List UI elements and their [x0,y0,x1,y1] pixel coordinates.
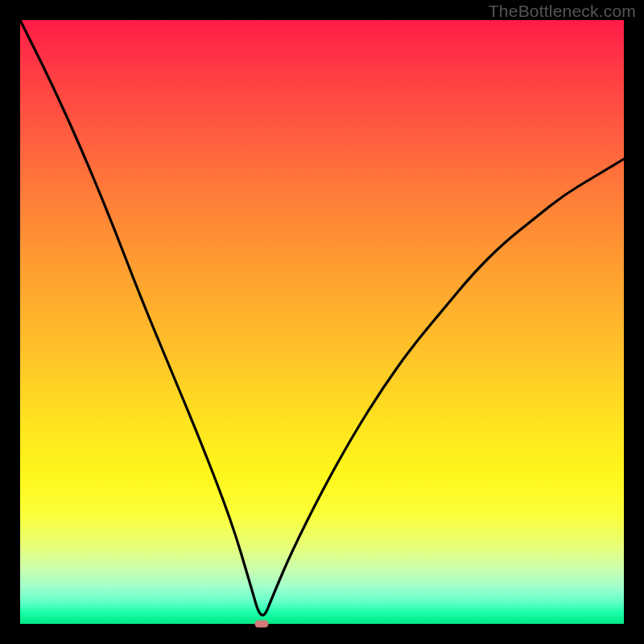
curve-svg [20,20,624,624]
minimum-marker [255,621,269,628]
chart-frame: TheBottleneck.com [0,0,644,644]
bottleneck-curve [20,20,624,615]
plot-area [20,20,624,624]
watermark-text: TheBottleneck.com [489,2,636,21]
